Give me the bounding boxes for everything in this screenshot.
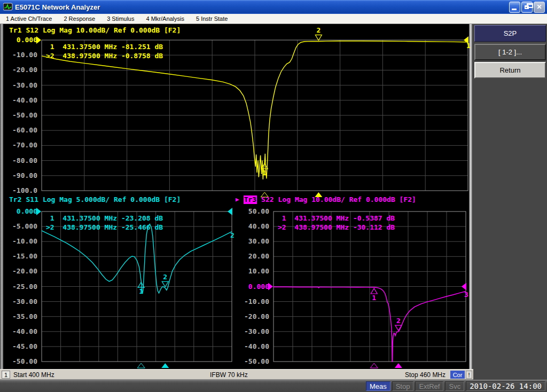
- trace1-name: Tr1: [9, 26, 21, 35]
- menu-active-ch-trace[interactable]: 1 Active Ch/Trace: [0, 14, 58, 23]
- trace1-header[interactable]: Tr1S12Log Mag 10.00dB/ Ref 0.000dB [F2]: [9, 26, 181, 35]
- start-frequency-label: Start 400 MHz: [13, 371, 54, 379]
- menu-mkr-analysis[interactable]: 4 Mkr/Analysis: [140, 14, 190, 23]
- trace3-param: S22: [261, 195, 274, 204]
- softkey-return[interactable]: Return: [474, 62, 546, 79]
- app-window: E5071C Network Analyzer ✕ 1 Active Ch/Tr…: [0, 0, 547, 392]
- softkey-sidebar: S2P [ 1-2 ]... Return: [472, 24, 547, 380]
- trace2-param: S11: [26, 195, 38, 204]
- minimize-button[interactable]: [509, 2, 520, 13]
- softkey-1-2-ports[interactable]: [ 1-2 ]...: [474, 44, 546, 60]
- trace3-header[interactable]: ▶Tr3S22Log Mag 10.00dB/ Ref 0.000dB [F2]: [236, 195, 416, 204]
- alert-badge: !: [466, 371, 472, 379]
- menubar: 1 Active Ch/Trace 2 Response 3 Stimulus …: [0, 14, 547, 24]
- stop-frequency-label: Stop 460 MHz: [405, 371, 446, 379]
- active-trace-arrow: ▶: [236, 196, 239, 203]
- trace3-scale: Log Mag 10.00dB/ Ref 0.000dB [F2]: [278, 195, 416, 204]
- channel-indicator: 1: [2, 371, 10, 379]
- meas-indicator: Meas: [366, 381, 390, 391]
- trace2-name: Tr2: [9, 195, 21, 204]
- maximize-button[interactable]: [521, 2, 533, 13]
- trace2-header[interactable]: Tr2S11Log Mag 5.000dB/ Ref 0.000dB [F2]: [9, 195, 181, 204]
- datetime-display: 2010-02-26 14:00: [466, 381, 545, 391]
- stop-indicator: Stop: [392, 381, 414, 391]
- trace1-param: S12: [26, 26, 38, 35]
- svc-indicator: Svc: [445, 381, 464, 391]
- ifbw-label: IFBW 70 kHz: [210, 371, 248, 379]
- trace3-name: Tr3: [244, 195, 257, 204]
- window-title: E5071C Network Analyzer: [15, 3, 508, 11]
- trace1-scale: Log Mag 10.00dB/ Ref 0.000dB [F2]: [43, 26, 181, 35]
- minimize-icon: [512, 9, 517, 10]
- statusbar: 1 Start 400 MHz IFBW 70 kHz Stop 460 MHz…: [0, 369, 473, 380]
- menu-instr-state[interactable]: 5 Instr State: [190, 14, 233, 23]
- restore-icon: [525, 5, 529, 9]
- instrument-statusbar: Meas Stop ExtRef Svc 2010-02-26 14:00: [0, 380, 547, 392]
- softkey-menu-title: S2P: [474, 25, 546, 42]
- menu-stimulus[interactable]: 3 Stimulus: [101, 14, 140, 23]
- correction-badge: Cor: [450, 371, 465, 379]
- extref-indicator: ExtRef: [415, 381, 443, 391]
- app-icon: [3, 3, 13, 11]
- close-button[interactable]: ✕: [534, 2, 545, 13]
- window-titlebar: E5071C Network Analyzer ✕: [0, 0, 547, 14]
- trace2-scale: Log Mag 5.000dB/ Ref 0.000dB [F2]: [43, 195, 181, 204]
- close-icon: ✕: [536, 4, 542, 10]
- menu-response[interactable]: 2 Response: [58, 14, 101, 23]
